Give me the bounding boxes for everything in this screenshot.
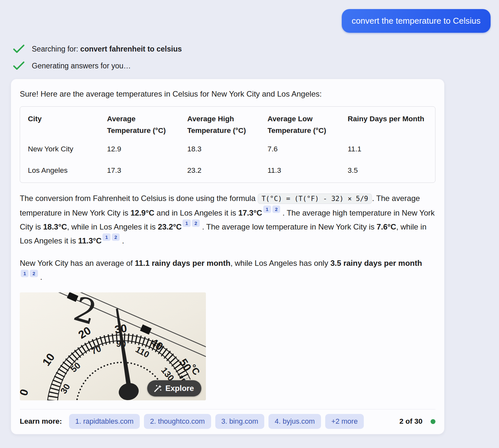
status-area: Searching for: convert fahrenheit to cel… [13, 44, 499, 70]
cell-city: Los Angeles [20, 161, 102, 183]
learn-more-label: Learn more: [20, 417, 62, 426]
response-counter: 2 of 30 [399, 417, 422, 426]
cell-avg-high: 23.2 [183, 161, 263, 183]
citation-badge-2[interactable]: 2 [30, 270, 38, 277]
source-link-byjus[interactable]: 4. byjus.com [268, 414, 321, 429]
source-link-rapidtables[interactable]: 1. rapidtables.com [69, 414, 140, 429]
citation-badge-1[interactable]: 1 [102, 233, 110, 241]
text-segment: , while in Los Angeles it is [67, 222, 158, 231]
cell-avg-high: 18.3 [183, 140, 263, 161]
bold-value: 12.9°C [130, 208, 154, 217]
text-segment: , while Los Angeles has only [231, 259, 330, 267]
col-header-rainy-days: Rainy Days per Month [343, 107, 435, 140]
table-row: New York City 12.9 18.3 7.6 11.1 [20, 140, 435, 161]
source-link-thoughtco[interactable]: 2. thoughtco.com [144, 414, 211, 429]
citation-badge-1[interactable]: 1 [263, 206, 271, 213]
status-text-searching: Searching for: convert fahrenheit to cel… [32, 45, 182, 53]
bold-value: 7.6°C [377, 222, 396, 231]
conversion-paragraph: The conversion from Fahrenheit to Celsiu… [20, 191, 435, 248]
cell-avg-temp: 12.9 [102, 140, 183, 161]
source-link-bing[interactable]: 3. bing.com [215, 414, 265, 429]
cell-avg-low: 11.3 [263, 161, 343, 183]
col-header-avg-temp: Average Temperature (°C) [102, 107, 183, 140]
col-header-avg-high: Average High Temperature (°C) [183, 107, 263, 140]
status-text-generating: Generating answers for you… [32, 62, 131, 70]
cell-avg-temp: 17.3 [102, 161, 183, 183]
table-row: Los Angeles 17.3 23.2 11.3 3.5 [20, 161, 435, 183]
text-segment: . The average low temperature in New Yor… [202, 222, 376, 231]
formula-code-chip: T(°C) = (T(°F) - 32) × 5/9 [258, 194, 372, 204]
cell-avg-low: 7.6 [263, 140, 343, 161]
checkmark-icon [13, 44, 25, 53]
col-header-avg-low: Average Low Temperature (°C) [263, 107, 343, 140]
citation-group: 12 [21, 270, 39, 284]
learn-more-bar: Learn more: 1. rapidtables.com 2. though… [20, 409, 435, 434]
status-prefix: Searching for: [32, 45, 80, 53]
text-segment: The conversion from Fahrenheit to Celsiu… [20, 194, 258, 203]
citation-group: 12 [263, 206, 282, 220]
bold-value: 3.5 rainy days per month [330, 259, 422, 267]
text-segment: . [40, 273, 42, 281]
bold-value: 18.3°C [43, 222, 67, 231]
rainy-days-paragraph: New York City has an average of 11.1 rai… [20, 256, 435, 284]
status-dot [431, 419, 435, 424]
text-segment: and in Los Angeles it is [154, 208, 238, 217]
more-sources-chip[interactable]: +2 more [325, 414, 364, 429]
thermometer-image[interactable]: 2 0 10 20 30 40 50 30 50 70 [20, 292, 206, 400]
citation-badge-1[interactable]: 1 [183, 219, 190, 227]
answer-intro: Sure! Here are the average temperatures … [20, 89, 435, 99]
status-line-searching: Searching for: convert fahrenheit to cel… [13, 44, 499, 53]
citation-badge-2[interactable]: 2 [272, 206, 280, 213]
explore-button[interactable]: Explore [147, 380, 201, 396]
status-query: convert fahrenheit to celsius [80, 45, 182, 53]
citation-group: 12 [102, 234, 121, 248]
col-header-city: City [20, 107, 102, 140]
magic-wand-icon [153, 384, 162, 393]
text-segment: . [122, 236, 124, 245]
table-header-row: City Average Temperature (°C) Average Hi… [20, 107, 435, 140]
citation-badge-2[interactable]: 2 [192, 219, 200, 227]
bold-value: 17.3°C [238, 208, 262, 217]
citation-group: 12 [183, 220, 201, 234]
bold-value: 11.1 rainy days per month [135, 259, 231, 267]
status-line-generating: Generating answers for you… [13, 61, 499, 70]
bold-value: 23.2°C [158, 222, 182, 231]
bold-value: 11.3°C [78, 236, 101, 245]
user-message-bubble: convert the temperature to Celsius [342, 9, 491, 33]
user-message-row: convert the temperature to Celsius [0, 0, 499, 33]
cell-rainy-days: 11.1 [343, 140, 435, 161]
checkmark-icon [13, 61, 25, 70]
explore-button-label: Explore [165, 384, 194, 393]
citation-badge-1[interactable]: 1 [21, 270, 29, 277]
text-segment: New York City has an average of [20, 259, 135, 267]
temperature-table: City Average Temperature (°C) Average Hi… [20, 106, 435, 183]
citation-badge-2[interactable]: 2 [112, 233, 120, 241]
cell-rainy-days: 3.5 [343, 161, 435, 183]
answer-card: Sure! Here are the average temperatures … [11, 79, 445, 434]
cell-city: New York City [20, 140, 102, 161]
